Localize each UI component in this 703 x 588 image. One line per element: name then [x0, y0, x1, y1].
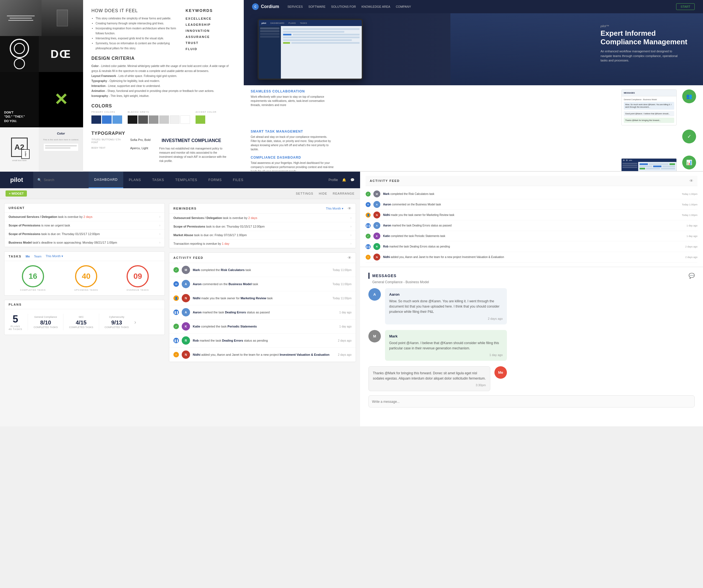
cordium-start-btn[interactable]: START [676, 3, 695, 10]
pilot-brand-text: pilot [10, 176, 23, 183]
reminder-item-4[interactable]: Transaction reporting is overdue by 1 da… [169, 240, 356, 248]
messages-panel-subtitle: General Compliance - Business Model [372, 280, 695, 284]
collab-icon: 👥 [682, 89, 696, 103]
urgent-text-3: Scope of Permissions task is due on: Thu… [9, 232, 159, 236]
reminder-item-3[interactable]: Market Abuse task is due on: Friday 07/1… [169, 231, 356, 240]
cordium-logo: C Cordium [252, 3, 279, 10]
chevron-icon-4: › [159, 241, 160, 244]
chevron-icon-2: › [159, 224, 160, 227]
nav-solutions[interactable]: SOLUTIONS FOR [331, 5, 356, 8]
nav-company[interactable]: COMPANY [396, 5, 411, 8]
activity-time-1: Today 11:00pm [333, 268, 352, 271]
r-text-6: Rob marked the task Dealing Errors statu… [383, 245, 683, 248]
activity-text-1: Mark completed the Risk Calculators task [193, 268, 330, 271]
reminder-item-2[interactable]: Scope of Permissions task is due on: Thu… [169, 222, 356, 231]
bell-icon[interactable]: 🔔 [342, 178, 346, 182]
nav-tasks[interactable]: TASKS [147, 172, 169, 188]
r-time-6: 2 days ago [685, 245, 697, 248]
nav-plans[interactable]: PLANS [123, 172, 147, 188]
full-message-thread: A Aaron Wow. So much work done @Karen. Y… [368, 288, 507, 391]
nav-forms[interactable]: FORMS [203, 172, 227, 188]
feature-dashboard-title: COMPLIANCE DASHBOARD [251, 156, 616, 159]
right-feed-eye-icon[interactable]: 👁 [689, 179, 693, 183]
check-icon-1: ✓ [173, 267, 179, 273]
plans-chevron[interactable]: › [134, 319, 136, 325]
mark-icon: ❚❚ [173, 310, 179, 315]
hide-link[interactable]: HIDE [319, 192, 327, 195]
sec-label: SEC [79, 316, 84, 318]
urgent-item-1[interactable]: Outsourced Services / Delegation task is… [4, 213, 164, 221]
main-app-right: ACTIVITY FEED 👁 ✓ M Mark completed the R… [360, 172, 703, 426]
general-compliance-num: 8/10 [40, 320, 51, 326]
collage-bottom: DON'T"DO." "THEY."DO YOU. ✕ [0, 72, 83, 128]
r-time-2: Today 1:00pm [682, 203, 697, 206]
message-input[interactable] [372, 400, 691, 404]
activity-feed-title: ACTIVITY FEED [173, 256, 203, 259]
pilot-toolbar: + WIDGET SETTINGS HIDE REARRANGE [0, 188, 360, 199]
reminder-chevron-3: › [350, 233, 352, 237]
r-avatar-4: A [373, 222, 380, 229]
tasks-filter-me[interactable]: Me [25, 255, 30, 258]
tasks-content: 16 COMPLETED TASKS 40 UPCOMING TASKS [4, 261, 164, 296]
activity-item-1: ✓ M Mark completed the Risk Calculators … [169, 263, 356, 277]
message-bubble-me: Thanks @Mark for bringing this forward. … [368, 366, 490, 391]
settings-link[interactable]: SETTINGS [296, 192, 313, 195]
distinctive-text: Color [57, 132, 65, 136]
dashboard-icon: 📊 [682, 156, 696, 169]
r-check-2: ✓ [366, 234, 371, 239]
feature-collaboration: SEAMLESS COLLABORATION Work effectively … [251, 89, 696, 125]
overdue-circle: 09 [127, 265, 149, 287]
message-mark: M Mark Good point @Aaron. I believe that… [368, 330, 507, 361]
add-widget-button[interactable]: + WIDGET [6, 190, 27, 196]
nav-dashboard[interactable]: DASHBOARD [89, 172, 123, 188]
feature-tasks-desc: Get ahead and stay on track of your comp… [251, 135, 334, 151]
activity-avatar-mark: M [182, 266, 190, 274]
nav-files[interactable]: FILES [227, 172, 249, 188]
urgent-text-4: Business Model task's deadline is soon a… [9, 241, 159, 244]
reminders-eye-icon[interactable]: 👁 [347, 206, 352, 211]
reminders-header: REMINDERS This Month ▾ 👁 [169, 203, 356, 214]
message-avatar-aaron: A [368, 288, 381, 301]
reminders-filter[interactable]: This Month ▾ [326, 207, 343, 211]
rearrange-link[interactable]: REARRANGE [333, 192, 355, 195]
activity-feed-eye-icon[interactable]: 👁 [347, 256, 352, 260]
r-avatar-6: R [373, 243, 380, 250]
tasks-filter-team[interactable]: Team [34, 255, 42, 258]
urgent-item-3[interactable]: Scope of Permissions task is due on: Thu… [4, 230, 164, 238]
right-activity-7: + N Nidhi added you, Aaron and Janet to … [366, 252, 697, 262]
completed-circle: 16 [22, 265, 44, 287]
search-input[interactable] [44, 178, 80, 182]
completed-label: COMPLETED TASKS [20, 289, 46, 291]
pilot-content: URGENT Outsourced Services / Delegation … [0, 199, 360, 370]
black-color [128, 115, 137, 124]
messages-panel-icon[interactable]: 💬 [689, 273, 695, 279]
reminder-item-1[interactable]: Outsourced Services / Delegation task is… [169, 214, 356, 222]
completed-tasks-widget: 16 COMPLETED TASKS [20, 265, 46, 291]
blacks-greys-label: BLACKS/ GREYS [128, 111, 190, 113]
plan-general-compliance: General Compliance 8/10 COMPLETED TASKS [33, 316, 58, 329]
nav-templates[interactable]: TEMPLATES [170, 172, 203, 188]
tasks-filter-month[interactable]: This Month ▾ [46, 254, 63, 258]
cybersecurity-label: Cybersecurity [109, 316, 125, 318]
sec-num: 4/15 [76, 320, 87, 326]
feature-dashboard-desc: Total awareness at your fingertips. High… [251, 161, 334, 171]
messages-panel-title: MESSAGES [372, 273, 396, 278]
profile-link[interactable]: Profile [328, 178, 338, 182]
cordium-website: C Cordium SERVICES SOFTWARE SOLUTIONS FO… [244, 0, 703, 171]
cordium-brand-text: Cordium [261, 4, 279, 9]
activity-time-5: 1 day ago [339, 325, 352, 328]
chat-icon[interactable]: 💬 [350, 178, 355, 182]
nav-software[interactable]: SOFTWARE [308, 5, 325, 8]
r-mark-1: ❚❚ [366, 223, 371, 228]
message-sender-aaron: Aaron [389, 292, 503, 297]
urgent-item-2[interactable]: Scope of Permissions is now an urgent ta… [4, 221, 164, 230]
plan-cybersecurity: Cybersecurity 9/13 COMPLETED TASKS [105, 316, 129, 329]
tasks-icon: ✓ [682, 130, 696, 143]
urgent-item-4[interactable]: Business Model task's deadline is soon a… [4, 238, 164, 247]
activity-time-3: Today 11:00pm [333, 297, 352, 300]
pilot-left-col: URGENT Outsourced Services / Delegation … [4, 203, 165, 366]
nav-services[interactable]: SERVICES [288, 5, 303, 8]
nav-knowledge[interactable]: KNOWLEDGE AREA [362, 5, 390, 8]
reminder-text-3: Market Abuse task is due on: Friday 07/1… [173, 233, 350, 237]
feature-tasks: SMART TASK MANAGEMENT Get ahead and stay… [251, 130, 696, 151]
